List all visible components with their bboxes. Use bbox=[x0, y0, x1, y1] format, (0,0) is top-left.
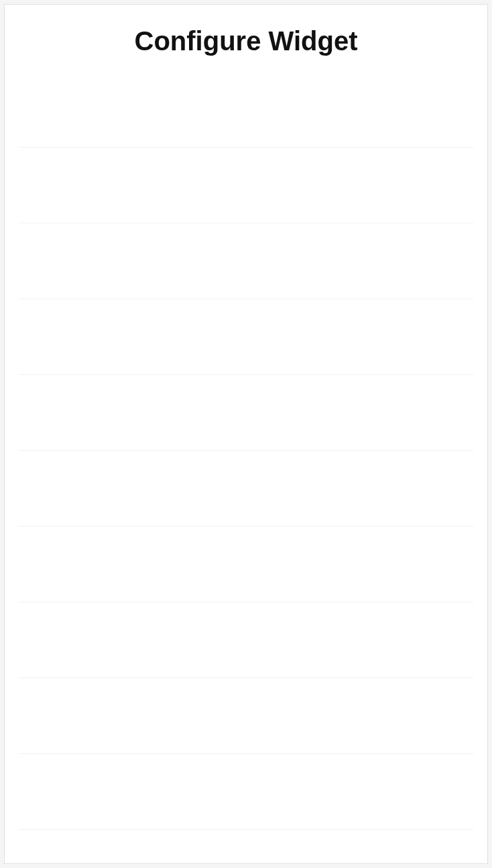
list-item[interactable] bbox=[18, 602, 474, 678]
list-item[interactable] bbox=[18, 223, 474, 299]
scroll-spacer bbox=[18, 830, 474, 863]
page-title: Configure Widget bbox=[5, 5, 487, 64]
list-item[interactable] bbox=[18, 375, 474, 451]
list-item[interactable] bbox=[18, 527, 474, 602]
list-item[interactable] bbox=[18, 451, 474, 527]
list-item[interactable] bbox=[18, 148, 474, 223]
list-item[interactable] bbox=[18, 678, 474, 754]
list-item[interactable] bbox=[18, 72, 474, 148]
list-item[interactable] bbox=[18, 299, 474, 375]
configure-widget-window: Configure Widget bbox=[4, 4, 488, 864]
widget-list-scroll[interactable] bbox=[18, 72, 474, 863]
list-item[interactable] bbox=[18, 754, 474, 830]
